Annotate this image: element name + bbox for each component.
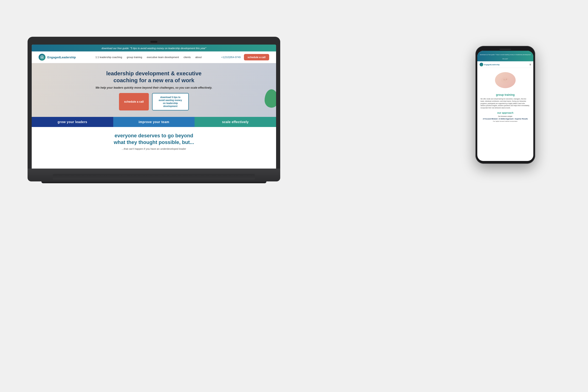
section-tagline: everyone deserves to go beyond what they… [41, 132, 267, 146]
hero-buttons: schedule a call download 5 tips to avoid… [41, 93, 267, 110]
nav-link-group[interactable]: group training [127, 56, 142, 58]
laptop-device: download our free guide: "5 tips to avoi… [28, 37, 280, 183]
phone-topbar-text: download our free guide: "5 tips to avoi… [480, 54, 531, 60]
nav-link-clients[interactable]: clients [184, 56, 191, 58]
everyone-section: everyone deserves to go beyond what they… [32, 127, 276, 156]
phone-approach-sub: Our formula is simple: [480, 116, 530, 117]
nav-links: 1:1 leadership coaching group training e… [96, 56, 202, 58]
phone-device: download our free guide: "5 tips to avoi… [476, 46, 535, 164]
phone-topbar: download our free guide: "5 tips to avoi… [477, 51, 533, 61]
phone-logo-text: EngagedLeadership [484, 64, 500, 66]
hero-download-line1: download 5 tips to avoid wasting money [159, 96, 182, 102]
site-topbar: download our free guide: "5 tips to avoi… [32, 44, 276, 52]
phone-menu-icon[interactable]: ≡ [530, 63, 531, 66]
hero-subtitle-text: We help your leaders quickly move beyond… [96, 86, 212, 89]
phone-approach-title: our approach [480, 112, 530, 114]
scene: download our free guide: "5 tips to avoi… [0, 0, 588, 392]
tagline-line2: what they thought possible, but... [114, 140, 194, 145]
phone-outer: download our free guide: "5 tips to avoi… [476, 46, 535, 164]
phone-logo-area: EngagedLeadership [480, 63, 500, 66]
phone-hero-image [495, 72, 516, 88]
hero-section: leadership development & executive coach… [32, 63, 276, 117]
phone-notch [500, 49, 511, 50]
hero-schedule-button[interactable]: schedule a call [119, 93, 148, 110]
phone-screen: download our free guide: "5 tips to avoi… [477, 51, 533, 161]
section-sub: ...that can't happen if you have an unde… [41, 148, 267, 150]
hero-download-button[interactable]: download 5 tips to avoid wasting money o… [152, 93, 189, 110]
phone-approach-formula: A Focused Mindset • A Skilled Approach •… [480, 118, 530, 120]
nav-link-coaching[interactable]: 1:1 leadership coaching [96, 56, 122, 58]
hero-subtitle: We help your leaders quickly move beyond… [41, 86, 267, 89]
phone-group-body: We offer onsite and virtual training for… [480, 98, 530, 109]
phone-logo-icon [480, 63, 483, 66]
nav-phone: +1(310)954-9749 [221, 56, 241, 58]
laptop-screen-outer: download our free guide: "5 tips to avoi… [28, 37, 280, 168]
topbar-text: download our free guide: "5 tips to avoi… [102, 47, 206, 50]
phone-nav: EngagedLeadership ≡ [477, 61, 533, 68]
svg-point-5 [504, 79, 506, 81]
feature-strip: grow your leaders improve your team scal… [32, 117, 276, 127]
hero-title: leadership development & executive coach… [41, 70, 267, 84]
svg-point-1 [41, 56, 43, 58]
phone-content: group training We offer onsite and virtu… [477, 92, 533, 124]
site-nav: EngagedLeadership 1:1 leadership coachin… [32, 52, 276, 63]
tagline-line1: everyone deserves to go beyond [114, 133, 193, 138]
feature-scale[interactable]: scale effectively [194, 117, 276, 127]
laptop-screen: download our free guide: "5 tips to avoi… [32, 44, 276, 168]
feature-grow[interactable]: grow your leaders [32, 117, 113, 127]
hero-download-line2: on leadership development [163, 102, 178, 108]
hero-content: leadership development & executive coach… [41, 70, 267, 110]
phone-notch-bar [477, 49, 533, 50]
phone-group-title: group training [480, 93, 530, 96]
nav-right: +1(310)954-9749 schedule a call [221, 54, 269, 60]
logo-text: EngagedLeadership [47, 56, 76, 59]
laptop-keyboard [28, 168, 280, 182]
hero-title-line2: coaching for a new era of work [114, 77, 194, 83]
laptop-camera [150, 41, 157, 43]
nav-schedule-button[interactable]: schedule a call [244, 54, 269, 60]
feature-improve[interactable]: improve your team [113, 117, 195, 127]
hero-title-line1: leadership development & executive [106, 70, 202, 76]
nav-link-exec[interactable]: executive team development [147, 56, 179, 58]
logo-area: EngagedLeadership [38, 54, 76, 61]
logo-icon [38, 54, 46, 61]
phone-approach-body: Our highly focused method incorporates: [480, 120, 530, 122]
keyboard-detail [53, 174, 255, 180]
nav-link-about[interactable]: about [195, 56, 202, 58]
